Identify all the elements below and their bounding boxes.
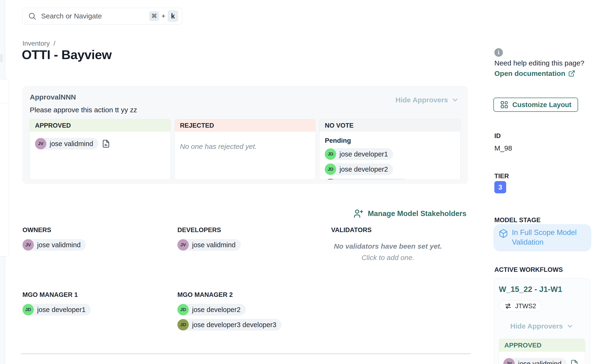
hide-approvers-toggle[interactable]: Hide Approvers — [510, 322, 574, 330]
info-icon[interactable]: i — [494, 48, 503, 57]
mgo-manager-1-label: MGO MANAGER 1 — [23, 291, 91, 299]
sidebar-panel-divider — [0, 103, 9, 103]
breadcrumb: Inventory / — [23, 40, 55, 47]
swap-arrows-icon — [504, 302, 512, 310]
no-vote-column-body: Pending JD jose developer1 JD jose devel… — [320, 132, 460, 180]
tier-label: TIER — [494, 172, 509, 180]
owner-name: jose validmind — [37, 241, 81, 249]
vote-note-icon[interactable] — [570, 360, 579, 364]
manage-stakeholders-label: Manage Model Stakeholders — [368, 209, 466, 218]
vote-note-icon[interactable] — [102, 140, 110, 148]
hide-approvers-label: Hide Approvers — [510, 322, 563, 330]
avatar: JV — [35, 138, 46, 149]
avatar: JD — [177, 304, 189, 315]
customize-layout-label: Customize Layout — [512, 101, 571, 109]
workflow-approved-body: JV jose validmind — [499, 352, 585, 364]
voter-pill[interactable]: JD jose developer2 — [325, 163, 393, 175]
breadcrumb-inventory[interactable]: Inventory — [23, 40, 50, 47]
owner-pill[interactable]: JV jose validmind — [23, 239, 86, 251]
mgo-manager-name: jose developer1 — [37, 306, 86, 314]
workflow-status-badge: JTWS2 — [499, 300, 542, 312]
voter-pill[interactable]: JV jose validmind — [503, 358, 567, 364]
approved-voter-row: JV jose validmind — [503, 358, 581, 364]
voter-pill[interactable]: JV jose validmind — [35, 138, 98, 150]
avatar: JD — [325, 148, 336, 160]
section-divider — [21, 353, 471, 354]
mgo-manager-2-group: MGO MANAGER 2 JD jose developer2 JD jose… — [177, 291, 282, 331]
validators-empty-area[interactable]: No validators have been set yet. Click t… — [331, 242, 445, 262]
avatar: JV — [177, 239, 189, 250]
owners-group: OWNERS JV jose validmind — [23, 226, 86, 251]
voter-pill[interactable]: JD jose developer1 — [325, 148, 393, 160]
cube-icon — [498, 229, 508, 238]
rejected-empty-text: No one has rejected yet. — [180, 143, 310, 151]
avatar: JD — [177, 319, 189, 330]
workflow-title[interactable]: W_15_22 - J1-W1 — [499, 285, 585, 294]
no-vote-column-header: NO VOTE — [320, 119, 460, 132]
customize-layout-button[interactable]: Customize Layout — [493, 98, 578, 112]
approved-column-body: JV jose validmind — [30, 132, 171, 180]
voter-name: jose validmind — [50, 140, 93, 148]
chevron-down-icon — [566, 322, 574, 330]
active-workflows-label: ACTIVE WORKFLOWS — [494, 266, 563, 273]
vote-columns: APPROVED JV jose validmind REJECTED No o… — [29, 119, 460, 180]
validators-empty-line1: No validators have been set yet. — [331, 242, 445, 250]
model-stage-label: MODEL STAGE — [494, 217, 541, 224]
developers-group: DEVELOPERS JV jose validmind — [177, 226, 241, 251]
mgo-manager-1-group: MGO MANAGER 1 JD jose developer1 — [23, 291, 91, 315]
approval-title: ApprovalNNN — [30, 93, 76, 101]
help-text: Need help editing this page? — [494, 59, 584, 67]
approved-column-header: APPROVED — [30, 119, 171, 132]
id-label: ID — [494, 132, 501, 140]
workflow-approved-header: APPROVED — [499, 339, 585, 352]
avatar: JD — [325, 179, 336, 180]
mgo-manager-pill[interactable]: JD jose developer3 developer3 — [177, 319, 282, 331]
voter-pill[interactable]: JD jose developer3 de... — [325, 179, 408, 180]
tier-badge: 3 — [494, 181, 506, 193]
hide-approvers-label: Hide Approvers — [395, 96, 448, 104]
voter-name: jose validmind — [518, 360, 562, 364]
page-title: OTTI - Bayview — [22, 47, 112, 62]
voter-name: jose developer1 — [339, 150, 388, 158]
k-key-badge: k — [168, 10, 178, 22]
search-icon — [28, 12, 36, 20]
avatar: JV — [503, 358, 515, 364]
owners-label: OWNERS — [23, 226, 86, 234]
sidebar-panel-edge — [0, 79, 9, 257]
avatar: JV — [23, 239, 34, 250]
validators-group: VALIDATORS No validators have been set y… — [331, 226, 445, 262]
model-detail-page: ⌘ + k Inventory / OTTI - Bayview Approva… — [0, 0, 606, 364]
sidebar-rail-notch — [0, 54, 3, 62]
workflow-badge-label: JTWS2 — [515, 302, 536, 310]
search-input[interactable] — [41, 12, 149, 20]
approval-card: ApprovalNNN Hide Approvers Please approv… — [23, 86, 468, 184]
external-link-icon — [568, 70, 575, 77]
open-documentation-link[interactable]: Open documentation — [494, 69, 575, 78]
pending-label: Pending — [325, 137, 455, 144]
avatar: JD — [325, 164, 336, 175]
mgo-manager-name: jose developer3 developer3 — [192, 321, 276, 329]
mgo-manager-name: jose developer2 — [192, 306, 241, 314]
open-documentation-label: Open documentation — [494, 69, 565, 78]
layout-grid-icon — [500, 101, 509, 109]
model-stage-badge[interactable]: In Full Scope Model Validation — [493, 224, 591, 251]
chevron-down-icon — [451, 96, 459, 104]
manage-stakeholders-button[interactable]: Manage Model Stakeholders — [354, 209, 466, 219]
shortcut-plus: + — [162, 12, 165, 20]
workflow-approved-section: APPROVED JV jose validmind — [499, 339, 585, 364]
validators-empty-line2: Click to add one. — [331, 254, 445, 262]
breadcrumb-separator: / — [54, 40, 55, 47]
mgo-manager-2-label: MGO MANAGER 2 — [177, 291, 282, 299]
developer-pill[interactable]: JV jose validmind — [177, 239, 241, 251]
mgo-manager-pill[interactable]: JD jose developer1 — [23, 304, 91, 315]
hide-approvers-toggle[interactable]: Hide Approvers — [395, 96, 459, 104]
vote-column-no-vote: NO VOTE Pending JD jose developer1 JD jo… — [319, 119, 460, 180]
mgo-manager-pill[interactable]: JD jose developer2 — [177, 304, 246, 315]
workflow-card: W_15_22 - J1-W1 JTWS2 Hide Approvers APP… — [494, 278, 590, 364]
search-bar[interactable]: ⌘ + k — [23, 8, 182, 24]
rejected-column-header: REJECTED — [175, 119, 316, 132]
rejected-column-body: No one has rejected yet. — [175, 132, 316, 180]
cmd-key-badge: ⌘ — [149, 11, 159, 21]
id-value: M_98 — [494, 144, 512, 152]
validators-label: VALIDATORS — [331, 226, 445, 234]
